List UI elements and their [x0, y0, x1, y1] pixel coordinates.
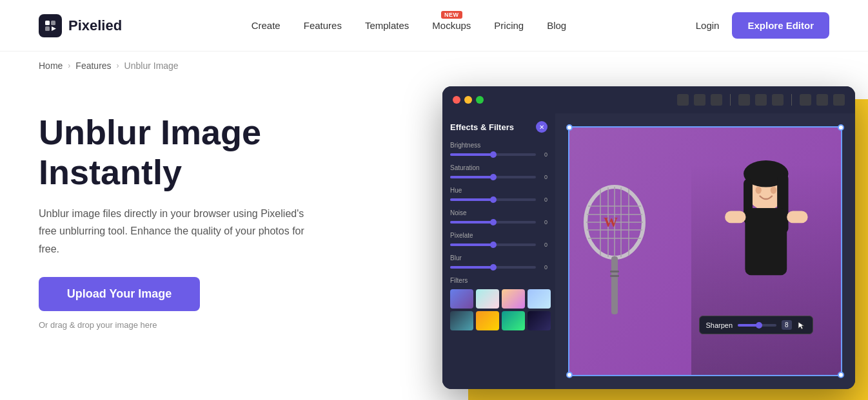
- svg-marker-28: [798, 322, 804, 329]
- blur-fill: [450, 266, 493, 269]
- handle-top-right[interactable]: [838, 124, 844, 131]
- brightness-slider-group: Brightness 0: [450, 142, 547, 158]
- brightness-track[interactable]: [450, 153, 536, 156]
- hero-title: Unblur Image Instantly: [39, 112, 387, 192]
- pixelate-row: 0: [450, 242, 547, 248]
- pixelate-value: 0: [540, 242, 547, 248]
- brightness-value: 0: [540, 151, 547, 158]
- new-badge: NEW: [441, 11, 462, 19]
- hue-track[interactable]: [450, 198, 536, 201]
- nav-blog[interactable]: Blog: [547, 20, 566, 31]
- saturation-track[interactable]: [450, 176, 536, 178]
- toolbar-icon-4: [738, 94, 750, 106]
- breadcrumb-features[interactable]: Features: [75, 61, 111, 71]
- brightness-fill: [450, 153, 493, 156]
- saturation-fill: [450, 176, 493, 178]
- nav-templates[interactable]: Templates: [365, 20, 409, 31]
- canvas-area[interactable]: W: [555, 113, 855, 389]
- nav-create[interactable]: Create: [252, 20, 281, 31]
- filter-8[interactable]: [528, 311, 551, 330]
- pixelate-label: Pixelate: [450, 232, 547, 239]
- handle-bottom-left[interactable]: [566, 372, 573, 378]
- pixelate-track[interactable]: [450, 243, 536, 246]
- filters-label: Filters: [450, 277, 547, 284]
- dot-red: [453, 96, 460, 104]
- toolbar-icon-6: [772, 94, 784, 106]
- filter-1[interactable]: [450, 289, 473, 309]
- toolbar-icon-3: [711, 94, 722, 106]
- nav: Create Features Templates NEW Mockups Pr…: [252, 20, 567, 31]
- noise-slider-group: Noise 0: [450, 209, 547, 225]
- logo-area[interactable]: Pixelied: [39, 14, 122, 37]
- hue-label: Hue: [450, 187, 547, 194]
- effects-panel: Effects & Filters ✕ Brightness 0: [442, 113, 555, 389]
- drag-drop-hint: Or drag & drop your image here: [39, 320, 157, 330]
- brightness-row: 0: [450, 151, 547, 158]
- handle-top-left[interactable]: [566, 124, 573, 131]
- sharpen-label: Sharpen: [706, 321, 733, 329]
- selection-box: [568, 126, 842, 376]
- blur-value: 0: [540, 264, 547, 271]
- hue-fill: [450, 198, 493, 201]
- toolbar-divider: [730, 94, 731, 106]
- window-body: Effects & Filters ✕ Brightness 0: [442, 113, 855, 389]
- noise-label: Noise: [450, 209, 547, 216]
- noise-value: 0: [540, 219, 547, 225]
- brightness-thumb: [490, 151, 497, 158]
- noise-fill: [450, 221, 493, 224]
- filter-7[interactable]: [502, 311, 525, 330]
- app-window: Effects & Filters ✕ Brightness 0: [442, 86, 855, 389]
- breadcrumb-home[interactable]: Home: [39, 61, 63, 71]
- header-right: Login Explore Editor: [696, 12, 829, 39]
- effects-close-button[interactable]: ✕: [536, 121, 547, 133]
- upload-image-button[interactable]: Upload Your Image: [39, 277, 200, 311]
- breadcrumb-sep-2: ›: [117, 61, 119, 70]
- filter-6[interactable]: [476, 311, 499, 330]
- breadcrumb-current: Unblur Image: [124, 61, 179, 71]
- blur-track[interactable]: [450, 266, 536, 269]
- toolbar-divider-2: [791, 94, 792, 106]
- svg-rect-2: [45, 26, 50, 31]
- nav-pricing[interactable]: Pricing: [494, 20, 524, 31]
- hue-row: 0: [450, 196, 547, 203]
- nav-mockups[interactable]: NEW Mockups: [432, 20, 471, 31]
- explore-editor-button[interactable]: Explore Editor: [732, 12, 829, 39]
- login-button[interactable]: Login: [696, 20, 720, 31]
- effects-header: Effects & Filters ✕: [450, 121, 547, 133]
- saturation-slider-group: Saturation 0: [450, 164, 547, 180]
- toolbar-icon-8: [816, 94, 828, 106]
- saturation-row: 0: [450, 174, 547, 180]
- brand-name: Pixelied: [68, 17, 122, 34]
- sharpen-slider[interactable]: [738, 324, 776, 327]
- dot-green: [476, 96, 484, 104]
- sharpen-tooltip: Sharpen 8: [699, 316, 813, 334]
- hero-description: Unblur image files directly in your brow…: [39, 205, 316, 258]
- pixelate-thumb: [490, 242, 497, 248]
- window-dots: [453, 96, 484, 104]
- noise-thumb: [490, 219, 497, 225]
- window-titlebar: [442, 86, 855, 113]
- svg-marker-3: [52, 26, 56, 31]
- svg-rect-1: [51, 21, 55, 25]
- filter-5[interactable]: [450, 311, 473, 330]
- toolbar-icon-2: [694, 94, 705, 106]
- hero-title-line2: Instantly: [39, 153, 182, 191]
- filter-2[interactable]: [476, 289, 499, 309]
- saturation-thumb: [490, 174, 497, 180]
- toolbar-icon-5: [755, 94, 767, 106]
- handle-bottom-right[interactable]: [838, 372, 844, 378]
- noise-track[interactable]: [450, 221, 536, 224]
- nav-features[interactable]: Features: [304, 20, 342, 31]
- effects-title: Effects & Filters: [450, 122, 514, 132]
- filter-3[interactable]: [502, 289, 525, 309]
- saturation-value: 0: [540, 174, 547, 180]
- toolbar-icon-7: [800, 94, 811, 106]
- logo-icon: [39, 14, 62, 37]
- saturation-label: Saturation: [450, 164, 547, 171]
- main-content: Unblur Image Instantly Unblur image file…: [0, 80, 868, 397]
- right-panel: Effects & Filters ✕ Brightness 0: [387, 73, 829, 389]
- svg-rect-0: [45, 21, 50, 25]
- filter-4[interactable]: [528, 289, 551, 309]
- dot-yellow: [464, 96, 472, 104]
- toolbar-icon-9: [833, 94, 845, 106]
